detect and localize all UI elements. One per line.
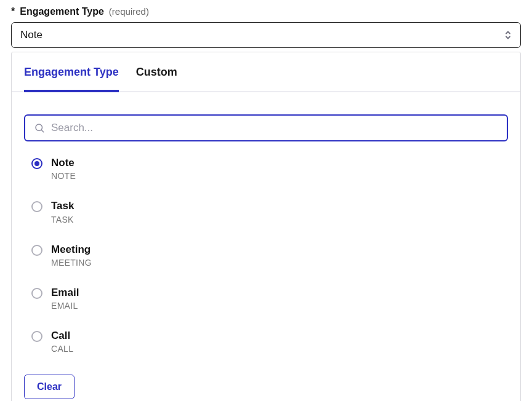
search-icon xyxy=(34,122,45,133)
option-code: MEETING xyxy=(51,258,92,268)
option-call[interactable]: Call CALL xyxy=(31,329,508,354)
radio-meeting[interactable] xyxy=(31,245,42,256)
option-text: Note NOTE xyxy=(51,156,76,181)
option-code: NOTE xyxy=(51,171,76,181)
panel-body: Note NOTE Task TASK Meeting MEETING xyxy=(12,92,520,401)
tab-engagement-type[interactable]: Engagement Type xyxy=(24,52,119,92)
field-label: Engagement Type xyxy=(20,6,104,17)
tab-custom[interactable]: Custom xyxy=(136,52,177,92)
option-meeting[interactable]: Meeting MEETING xyxy=(31,243,508,268)
svg-point-0 xyxy=(36,124,42,131)
search-input[interactable] xyxy=(51,122,498,134)
radio-note[interactable] xyxy=(31,158,42,169)
svg-line-1 xyxy=(41,130,43,132)
option-label: Note xyxy=(51,156,76,169)
option-text: Task TASK xyxy=(51,199,75,224)
select-current-value: Note xyxy=(20,29,42,41)
clear-button[interactable]: Clear xyxy=(24,375,75,399)
search-field-wrap[interactable] xyxy=(24,114,508,141)
option-text: Call CALL xyxy=(51,329,73,354)
option-code: EMAIL xyxy=(51,301,79,311)
required-asterisk: * xyxy=(11,6,15,17)
option-email[interactable]: Email EMAIL xyxy=(31,286,508,311)
option-label: Email xyxy=(51,286,79,299)
option-label: Meeting xyxy=(51,243,92,256)
option-text: Email EMAIL xyxy=(51,286,79,311)
option-note[interactable]: Note NOTE xyxy=(31,156,508,181)
option-task[interactable]: Task TASK xyxy=(31,199,508,224)
option-label: Task xyxy=(51,199,75,212)
radio-task[interactable] xyxy=(31,201,42,212)
field-label-row: * Engagement Type (required) xyxy=(11,6,521,17)
engagement-type-select[interactable]: Note xyxy=(11,22,521,48)
radio-call[interactable] xyxy=(31,331,42,342)
select-chevrons-icon xyxy=(504,30,512,41)
option-text: Meeting MEETING xyxy=(51,243,92,268)
options-list: Note NOTE Task TASK Meeting MEETING xyxy=(24,156,508,354)
option-code: CALL xyxy=(51,344,73,354)
required-hint: (required) xyxy=(109,6,149,17)
radio-email[interactable] xyxy=(31,288,42,299)
dropdown-panel: Engagement Type Custom Note NOTE xyxy=(11,52,521,401)
option-code: TASK xyxy=(51,215,75,224)
option-label: Call xyxy=(51,329,73,342)
tab-bar: Engagement Type Custom xyxy=(12,52,520,92)
